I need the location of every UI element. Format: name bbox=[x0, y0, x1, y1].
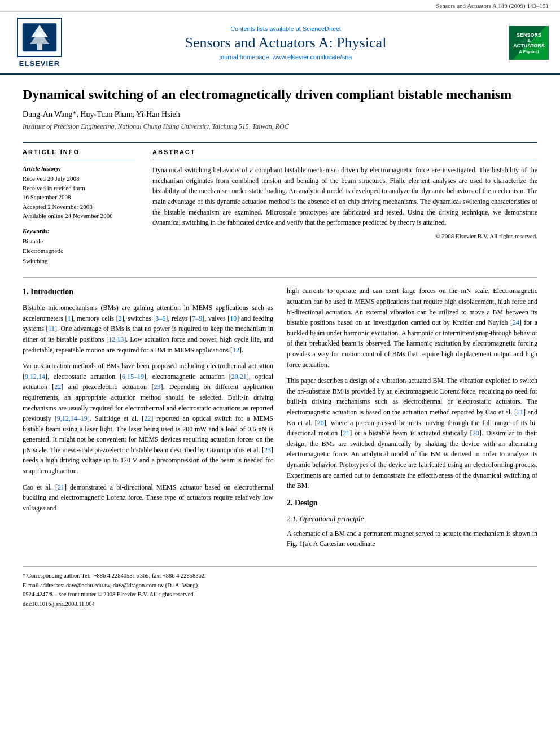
body-columns: 1. Introduction Bistable micromechanisms… bbox=[23, 277, 537, 554]
ref-3-6[interactable]: 3–6 bbox=[155, 314, 165, 322]
abstract-text: Dynamical switching behaviors of a compl… bbox=[152, 165, 537, 228]
sensors-logo-line3: ACTUATORS bbox=[513, 43, 545, 49]
body-left-column: 1. Introduction Bistable micromechanisms… bbox=[23, 286, 273, 554]
ref-23b[interactable]: 23 bbox=[264, 446, 271, 454]
section1-heading: 1. Introduction bbox=[23, 286, 273, 298]
homepage-link[interactable]: www.elsevier.com/locate/sna bbox=[273, 54, 352, 60]
ref-9-12-14[interactable]: 9,12,14 bbox=[25, 373, 45, 381]
ref-21d[interactable]: 21 bbox=[343, 429, 349, 437]
ref-21c[interactable]: 21 bbox=[517, 408, 523, 416]
sensors-logo-line4: A Physical bbox=[519, 50, 539, 54]
elsevier-label: ELSEVIER bbox=[19, 59, 60, 68]
ref-6-15-19[interactable]: 6,15–19 bbox=[122, 373, 144, 381]
available-date: Available online 24 November 2008 bbox=[23, 211, 135, 221]
elsevier-logo: ELSEVIER bbox=[11, 18, 68, 68]
ref-2[interactable]: 2 bbox=[119, 314, 122, 322]
ref-11[interactable]: 11 bbox=[48, 325, 55, 333]
ref-12-13[interactable]: 12,13 bbox=[108, 335, 124, 343]
email-note: E-mail addresses: daw@nchu.edu.tw, daw@d… bbox=[23, 581, 537, 591]
homepage-prefix: journal homepage: bbox=[220, 54, 273, 60]
subsection-heading: 2.1. Operational principle bbox=[287, 513, 537, 525]
article-authors: Dung-An Wang*, Huy-Tuan Pham, Yi-Han Hsi… bbox=[23, 110, 537, 119]
ref-24[interactable]: 24 bbox=[513, 318, 519, 326]
star-note: * Corresponding author. Tel.: +886 4 228… bbox=[23, 571, 537, 581]
journal-header: Sensors and Actuators A 149 (2009) 143–1… bbox=[0, 0, 560, 12]
issn-note: 0924-4247/$ – see front matter © 2008 El… bbox=[23, 590, 537, 600]
page: Sensors and Actuators A 149 (2009) 143–1… bbox=[0, 0, 560, 747]
received-1: Received 20 July 2008 bbox=[23, 174, 135, 184]
article-meta-row: ARTICLE INFO Article history: Received 2… bbox=[23, 142, 537, 266]
section2-heading: 2. Design bbox=[287, 497, 537, 509]
right-para-1: high currents to operate and can exert l… bbox=[287, 286, 537, 370]
abstract-divider bbox=[152, 160, 537, 160]
sensors-logo-box: SENSORS & ACTUATORS A Physical bbox=[509, 26, 549, 60]
ref-20c[interactable]: 20 bbox=[473, 429, 479, 437]
ref-20-21[interactable]: 20,21 bbox=[231, 373, 247, 381]
ref-22[interactable]: 22 bbox=[54, 383, 61, 391]
accepted-date: Accepted 2 November 2008 bbox=[23, 202, 135, 212]
right-para-3: A schematic of a BM and a permanent magn… bbox=[287, 528, 537, 549]
sensors-logo-line2: & bbox=[527, 38, 531, 43]
intro-para-3: Cao et al. [21] demonstrated a bi-direct… bbox=[23, 482, 273, 514]
right-para-2: This paper describes a design of a vibra… bbox=[287, 375, 537, 491]
keywords-label: Keywords: bbox=[23, 228, 135, 234]
ref-10[interactable]: 10 bbox=[230, 314, 237, 322]
history-label: Article history: bbox=[23, 165, 135, 172]
intro-para-1: Bistable micromechanisms (BMs) are gaini… bbox=[23, 303, 273, 355]
sensors-logo-area: SENSORS & ACTUATORS A Physical bbox=[504, 26, 549, 60]
abstract-column: ABSTRACT Dynamical switching behaviors o… bbox=[152, 148, 537, 266]
journal-name: Sensors and Actuators A: Physical bbox=[68, 34, 504, 51]
ref-1[interactable]: 1 bbox=[68, 314, 71, 322]
received-revised-label: Received in revised form bbox=[23, 184, 135, 193]
keyword-2: Electromagnetic bbox=[23, 246, 135, 256]
body-right-column: high currents to operate and can exert l… bbox=[287, 286, 537, 554]
sciencedirect-link[interactable]: ScienceDirect bbox=[303, 25, 341, 32]
keyword-3: Switching bbox=[23, 256, 135, 267]
intro-para-2: Various actuation methods of BMs have be… bbox=[23, 361, 273, 477]
journal-reference: Sensors and Actuators A 149 (2009) 143–1… bbox=[436, 2, 549, 9]
journal-title-area: Contents lists available at ScienceDirec… bbox=[68, 25, 504, 60]
article-title: Dynamical switching of an electromagneti… bbox=[23, 86, 537, 103]
abstract-label: ABSTRACT bbox=[152, 148, 537, 155]
ref-7-9[interactable]: 7–9 bbox=[192, 314, 202, 322]
contents-prefix: Contents lists available at bbox=[230, 25, 303, 32]
journal-banner: ELSEVIER Contents lists available at Sci… bbox=[0, 12, 560, 75]
copyright-line: © 2008 Elsevier B.V. All rights reserved… bbox=[152, 233, 537, 239]
article-info-label: ARTICLE INFO bbox=[23, 148, 135, 155]
ref-22b[interactable]: 22 bbox=[144, 414, 151, 422]
info-divider bbox=[23, 160, 135, 160]
sensors-logo-line1: SENSORS bbox=[517, 32, 541, 38]
ref-12b[interactable]: 12 bbox=[233, 346, 239, 354]
article-content: Dynamical switching of an electromagneti… bbox=[0, 75, 560, 566]
elsevier-logo-box bbox=[17, 18, 62, 57]
ref-23[interactable]: 23 bbox=[154, 383, 160, 391]
doi-note: doi:10.1016/j.sna.2008.11.004 bbox=[23, 600, 537, 609]
ref-9-12-14-19[interactable]: 9,12,14–19 bbox=[57, 414, 88, 422]
contents-line: Contents lists available at ScienceDirec… bbox=[68, 25, 504, 32]
homepage-line: journal homepage: www.elsevier.com/locat… bbox=[68, 54, 504, 60]
ref-20b[interactable]: 20 bbox=[317, 419, 324, 427]
received-revised-date: 16 September 2008 bbox=[23, 193, 135, 202]
article-affiliation: Institute of Precision Engineering, Nati… bbox=[23, 123, 537, 131]
ref-21b[interactable]: 21 bbox=[58, 483, 64, 491]
article-info-column: ARTICLE INFO Article history: Received 2… bbox=[23, 148, 135, 266]
svg-rect-3 bbox=[37, 44, 42, 50]
article-footer: * Corresponding author. Tel.: +886 4 228… bbox=[23, 566, 537, 614]
keyword-1: Bistable bbox=[23, 237, 135, 247]
